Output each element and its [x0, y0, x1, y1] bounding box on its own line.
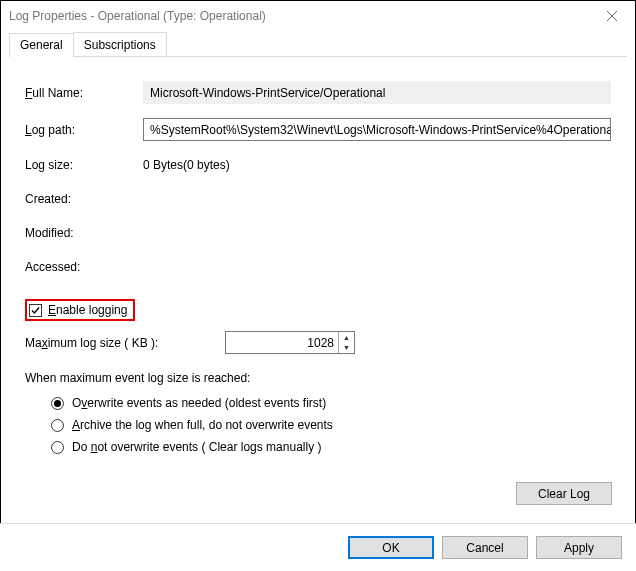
radio-icon	[51, 397, 64, 410]
clear-log-button[interactable]: Clear Log	[516, 482, 612, 505]
window-title: Log Properties - Operational (Type: Oper…	[9, 9, 589, 23]
log-size-label: Log size:	[25, 158, 143, 172]
log-path-label: Log path:	[25, 123, 143, 137]
enable-logging-highlight: Enable logging	[25, 299, 135, 321]
ok-button[interactable]: OK	[348, 536, 434, 559]
radio-overwrite-label: Overwrite events as needed (oldest event…	[72, 396, 326, 410]
tab-general[interactable]: General	[9, 33, 74, 57]
apply-button[interactable]: Apply	[536, 536, 622, 559]
check-icon	[30, 305, 41, 316]
full-name-label: Full Name:	[25, 86, 143, 100]
radio-archive-label: Archive the log when full, do not overwr…	[72, 418, 333, 432]
log-path-field[interactable]: %SystemRoot%\System32\Winevt\Logs\Micros…	[143, 118, 611, 141]
radio-donot[interactable]: Do not overwrite events ( Clear logs man…	[51, 440, 611, 454]
max-size-label: Maximum log size ( KB ):	[25, 336, 225, 350]
close-button[interactable]	[589, 1, 635, 31]
radio-archive[interactable]: Archive the log when full, do not overwr…	[51, 418, 611, 432]
radio-icon	[51, 441, 64, 454]
close-icon	[607, 11, 617, 21]
created-label: Created:	[25, 192, 143, 206]
enable-logging-checkbox[interactable]	[29, 304, 42, 317]
titlebar: Log Properties - Operational (Type: Oper…	[1, 1, 635, 31]
log-size-value: 0 Bytes(0 bytes)	[143, 158, 230, 172]
dialog-footer: OK Cancel Apply	[0, 523, 636, 571]
spinner-down-icon[interactable]: ▼	[339, 343, 354, 354]
cancel-button[interactable]: Cancel	[442, 536, 528, 559]
radio-donot-label: Do not overwrite events ( Clear logs man…	[72, 440, 321, 454]
when-max-label: When maximum event log size is reached:	[25, 371, 250, 385]
radio-icon	[51, 419, 64, 432]
tabs: General Subscriptions	[1, 31, 635, 57]
general-pane: Full Name: Microsoft-Windows-PrintServic…	[1, 57, 635, 472]
spinner-up-icon[interactable]: ▲	[339, 332, 354, 343]
modified-label: Modified:	[25, 226, 143, 240]
accessed-label: Accessed:	[25, 260, 143, 274]
max-size-spinner[interactable]: 1028 ▲ ▼	[225, 331, 355, 354]
radio-overwrite[interactable]: Overwrite events as needed (oldest event…	[51, 396, 611, 410]
tab-subscriptions[interactable]: Subscriptions	[73, 32, 167, 57]
full-name-field[interactable]: Microsoft-Windows-PrintService/Operation…	[143, 81, 611, 104]
max-size-value[interactable]: 1028	[226, 332, 338, 353]
enable-logging-label: Enable logging	[48, 303, 127, 317]
